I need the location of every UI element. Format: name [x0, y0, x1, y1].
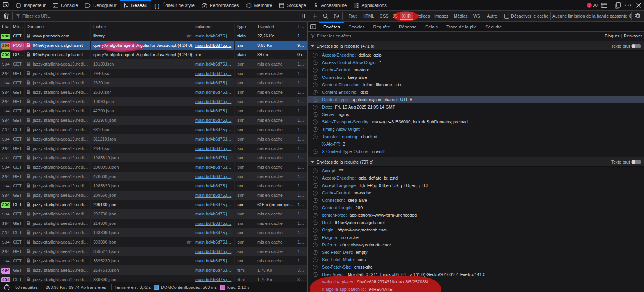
- svg-text:?: ?: [314, 176, 316, 180]
- svg-text:?: ?: [314, 251, 316, 254]
- svg-text:?: ?: [314, 184, 316, 187]
- svg-text:?: ?: [314, 243, 316, 247]
- svg-text:?: ?: [314, 91, 316, 94]
- svg-text:?: ?: [314, 169, 316, 173]
- svg-text:?: ?: [314, 135, 316, 139]
- svg-text:?: ?: [314, 105, 316, 109]
- svg-text:?: ?: [314, 206, 316, 210]
- svg-text:?: ?: [314, 265, 316, 269]
- svg-text:?: ?: [314, 53, 316, 57]
- svg-text:?: ?: [314, 76, 316, 79]
- svg-text:?: ?: [314, 61, 316, 64]
- svg-text:?: ?: [314, 228, 316, 232]
- svg-text:?: ?: [314, 98, 316, 101]
- svg-text:?: ?: [314, 273, 316, 276]
- svg-text:?: ?: [314, 83, 316, 87]
- svg-text:?: ?: [314, 199, 316, 202]
- svg-text:?: ?: [314, 120, 316, 124]
- svg-text:?: ?: [314, 258, 316, 262]
- svg-text:?: ?: [314, 214, 316, 217]
- svg-text:?: ?: [314, 68, 316, 72]
- svg-text:?: ?: [314, 128, 316, 131]
- svg-text:?: ?: [314, 221, 316, 224]
- svg-text:?: ?: [314, 113, 316, 116]
- svg-text:?: ?: [314, 150, 316, 153]
- svg-text:?: ?: [314, 236, 316, 239]
- svg-text:?: ?: [314, 191, 316, 195]
